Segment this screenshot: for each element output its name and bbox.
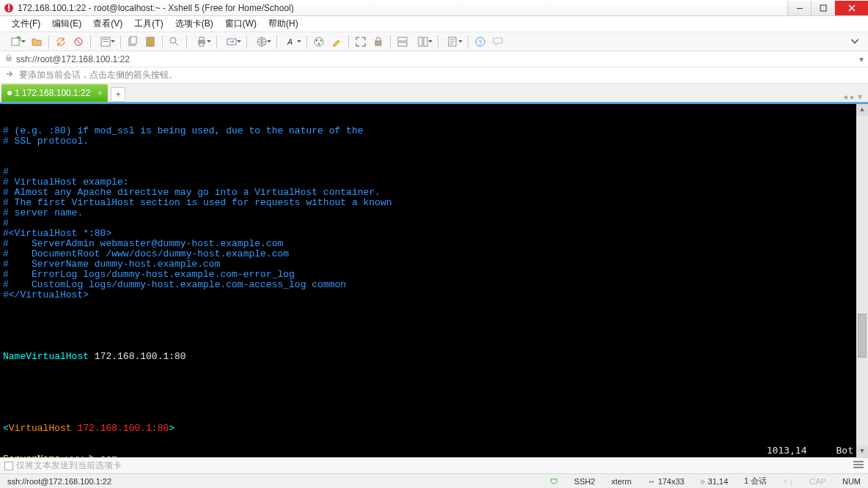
close-button[interactable]: [834, 1, 868, 15]
title-bar: 172.168.100.1:22 - root@localhost:~ - Xs…: [0, 0, 868, 16]
svg-rect-29: [424, 37, 427, 46]
term-line: # (e.g. :80) if mod_ssl is being used, d…: [3, 126, 865, 136]
fullscreen-button[interactable]: [353, 34, 369, 50]
compose-input[interactable]: 仅将文本发送到当前选项卡: [16, 459, 850, 472]
new-session-button[interactable]: [5, 34, 27, 50]
svg-rect-35: [853, 464, 864, 465]
address-text[interactable]: ssh://root@172.168.100.1:22: [16, 54, 859, 64]
help-button[interactable]: ?: [472, 34, 488, 50]
term-line: #: [3, 218, 865, 229]
toolbar: A ?: [0, 32, 868, 51]
session-hint-bar: 要添加当前会话，点击左侧的箭头按钮。: [0, 67, 868, 84]
tab-status-icon: [7, 91, 12, 95]
status-cursor: 31,14: [708, 477, 729, 486]
menu-help[interactable]: 帮助(H): [262, 16, 304, 32]
term-text: www.b.com: [60, 454, 117, 457]
svg-rect-13: [148, 37, 152, 39]
tile-horizontal-button[interactable]: [394, 34, 411, 50]
tab-list-icon[interactable]: ▾: [858, 92, 862, 102]
maximize-button[interactable]: [811, 1, 834, 15]
lock-button[interactable]: [370, 34, 386, 50]
term-line: # server name.: [3, 208, 865, 218]
term-line: [3, 300, 865, 311]
ssh-status-icon: 🛡: [547, 477, 561, 486]
scroll-up-icon[interactable]: ▲: [856, 104, 868, 116]
status-protocol: SSH2: [571, 477, 598, 486]
compose-bar: 仅将文本发送到当前选项卡: [0, 457, 868, 473]
size-icon: ↔: [647, 477, 655, 486]
lock-icon: [4, 53, 13, 64]
file-transfer-button[interactable]: [221, 34, 243, 50]
tile-vertical-button[interactable]: [412, 34, 434, 50]
term-text: >: [169, 423, 174, 434]
term-text: <: [3, 423, 9, 434]
paste-button[interactable]: [142, 34, 158, 50]
term-line: # ErrorLog logs/dummy-host.example.com-e…: [3, 270, 865, 280]
status-size: 174x33: [658, 477, 684, 486]
terminal[interactable]: # (e.g. :80) if mod_ssl is being used, d…: [0, 103, 868, 457]
svg-rect-9: [103, 41, 108, 42]
term-line: [3, 157, 865, 167]
session-hint-text: 要添加当前会话，点击左侧的箭头按钮。: [19, 69, 177, 81]
svg-rect-36: [853, 467, 864, 468]
new-tab-button[interactable]: +: [111, 87, 125, 102]
status-terminal-type: xterm: [608, 477, 635, 486]
comment-button[interactable]: [490, 34, 506, 50]
address-dropdown-icon[interactable]: ▾: [859, 54, 864, 64]
find-button[interactable]: [166, 34, 183, 50]
svg-point-21: [315, 37, 323, 46]
menu-bar: 文件(F) 编辑(E) 查看(V) 工具(T) 选项卡(B) 窗口(W) 帮助(…: [0, 16, 868, 32]
open-button[interactable]: [29, 34, 45, 50]
tab-active[interactable]: 1 172.168.100.1:22 ×: [1, 84, 108, 102]
highlight-button[interactable]: [328, 34, 345, 50]
color-scheme-button[interactable]: [311, 34, 327, 50]
print-button[interactable]: [191, 34, 213, 50]
svg-text:A: A: [287, 37, 293, 46]
term-text: 172.168.100.1:80: [89, 351, 186, 362]
status-connection: ssh://root@172.168.100.1:22: [4, 477, 114, 486]
menu-file[interactable]: 文件(F): [6, 16, 46, 32]
svg-rect-8: [103, 39, 108, 40]
svg-rect-1: [8, 4, 10, 9]
font-button[interactable]: A: [281, 34, 303, 50]
properties-button[interactable]: [95, 34, 117, 50]
vim-status-line: 1013,14 Bot: [767, 446, 853, 456]
vim-cursor-pos: 1013,14: [767, 446, 807, 456]
copy-button[interactable]: [125, 34, 141, 50]
term-line: # CustomLog logs/dummy-host.example.com-…: [3, 280, 865, 290]
scrollbar-thumb[interactable]: [858, 314, 867, 358]
menu-window[interactable]: 窗口(W): [219, 16, 262, 32]
send-all-checkbox[interactable]: [4, 462, 13, 470]
disconnect-button[interactable]: [70, 34, 87, 50]
svg-rect-2: [8, 10, 10, 11]
svg-rect-34: [853, 461, 864, 462]
compose-menu-icon[interactable]: [853, 460, 864, 471]
add-session-arrow-icon[interactable]: [4, 69, 15, 81]
svg-point-14: [170, 37, 176, 43]
term-text: 172.168.100.1:80: [77, 423, 169, 434]
toolbar-overflow-button[interactable]: [847, 34, 863, 50]
tab-prev-icon[interactable]: ◂: [843, 92, 847, 102]
term-line: # VirtualHost example:: [3, 177, 865, 188]
terminal-scrollbar[interactable]: ▲ ▼: [856, 104, 868, 457]
svg-rect-11: [130, 37, 136, 44]
menu-edit[interactable]: 编辑(E): [46, 16, 87, 32]
tab-next-icon[interactable]: ▸: [850, 92, 855, 102]
reconnect-button[interactable]: [53, 34, 69, 50]
menu-tools[interactable]: 工具(T): [128, 16, 169, 32]
svg-rect-5: [12, 38, 19, 45]
svg-rect-4: [820, 5, 826, 11]
svg-rect-25: [375, 41, 381, 45]
minimize-button[interactable]: [787, 1, 811, 15]
term-line: # DocumentRoot /www/docs/dummy-host.exam…: [3, 249, 865, 259]
tab-close-icon[interactable]: ×: [98, 89, 102, 97]
status-bar: ssh://root@172.168.100.1:22 🛡 SSH2 xterm…: [0, 473, 868, 488]
script-button[interactable]: [442, 34, 464, 50]
globe-button[interactable]: [251, 34, 273, 50]
term-line: # SSL protocol.: [3, 136, 865, 147]
menu-tab[interactable]: 选项卡(B): [169, 16, 219, 32]
term-text: ServerName: [3, 454, 60, 457]
menu-view[interactable]: 查看(V): [87, 16, 128, 32]
scroll-down-icon[interactable]: ▼: [856, 446, 868, 457]
tab-nav-arrows: ◂ ▸ ▾: [843, 92, 868, 102]
